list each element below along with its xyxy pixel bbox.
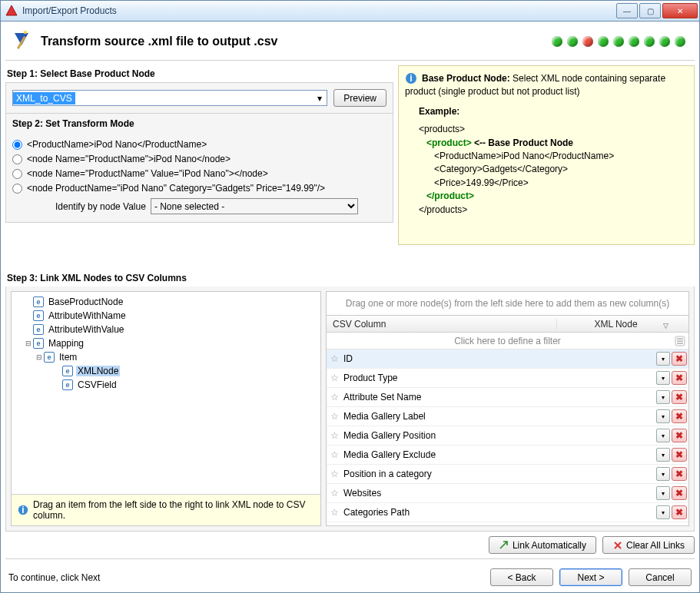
star-icon[interactable]: ☆ <box>327 449 342 460</box>
xml-node-dropdown[interactable]: ▾ <box>656 371 670 385</box>
xml-node-dropdown[interactable]: ▾ <box>656 505 670 519</box>
drop-target[interactable]: Drag one or more node(s) from the left s… <box>326 291 689 316</box>
sort-desc-icon: ▽ <box>663 322 668 330</box>
xml-tree[interactable]: eBaseProductNodeeAttributeWithNameeAttri… <box>11 291 321 526</box>
filter-options-icon[interactable] <box>675 336 685 346</box>
link-icon <box>499 540 509 551</box>
wizard-title: Transform source .xml file to output .cs… <box>41 35 552 48</box>
info-icon: i <box>405 72 417 84</box>
transform-mode-option[interactable]: <node ProductName="iPod Nano" Category="… <box>12 183 386 194</box>
grid-row[interactable]: ☆ID▾✖ <box>327 350 688 369</box>
transform-mode-label: <node ProductName="iPod Nano" Category="… <box>27 183 325 194</box>
delete-row-button[interactable]: ✖ <box>672 505 687 519</box>
star-icon[interactable]: ☆ <box>327 411 342 422</box>
delete-row-button[interactable]: ✖ <box>672 486 687 500</box>
mapping-grid: CSV Column XML Node▽ Click here to defin… <box>326 316 689 526</box>
star-icon[interactable]: ☆ <box>327 507 342 518</box>
xml-node-dropdown[interactable]: ▾ <box>656 429 670 442</box>
star-icon[interactable]: ☆ <box>327 392 342 403</box>
xml-node-dropdown[interactable]: ▾ <box>656 409 670 423</box>
tree-node[interactable]: eCSVField <box>13 378 319 392</box>
delete-row-button[interactable]: ✖ <box>672 371 687 385</box>
clear-all-links-button[interactable]: Clear All Links <box>602 536 695 554</box>
delete-row-button[interactable]: ✖ <box>672 429 687 442</box>
transform-mode-option[interactable]: <node Name="ProductName">iPod Nano</node… <box>12 154 386 164</box>
xml-node-dropdown[interactable]: ▾ <box>656 390 670 404</box>
transform-mode-radio[interactable] <box>12 169 22 179</box>
delete-row-button[interactable]: ✖ <box>672 352 687 366</box>
close-button[interactable]: ✕ <box>662 3 698 18</box>
minimize-button[interactable]: — <box>616 3 638 18</box>
step3-label: Step 3: Link XML Nodes to CSV Columns <box>7 273 693 283</box>
star-icon[interactable]: ☆ <box>327 488 342 499</box>
transform-mode-label: <node Name="ProductName">iPod Nano</node… <box>27 154 231 164</box>
star-icon[interactable]: ☆ <box>327 469 342 479</box>
grid-filter-row[interactable]: Click here to define a filter <box>327 333 688 350</box>
svg-text:i: i <box>22 505 24 515</box>
transform-mode-radio[interactable] <box>12 184 22 194</box>
star-icon[interactable]: ☆ <box>327 353 342 364</box>
help-example-label: Example: <box>419 105 688 118</box>
csv-column-name: Media Gallery Position <box>342 430 656 441</box>
grid-row[interactable]: ☆Websites▾✖ <box>327 484 688 503</box>
help-example-code: <products> <product> <-- Base Product No… <box>419 123 688 217</box>
link-automatically-button[interactable]: Link Automatically <box>489 536 596 554</box>
xml-node-dropdown[interactable]: ▾ <box>656 448 670 462</box>
tree-node-label: AttributeWithValue <box>47 324 126 335</box>
tree-node[interactable]: eBaseProductNode <box>13 295 319 309</box>
identify-select[interactable]: - None selected - <box>151 198 358 214</box>
tree-node[interactable]: eXMLNode <box>13 364 319 378</box>
delete-row-button[interactable]: ✖ <box>672 390 687 404</box>
tree-hint: i Drag an item from the left side to the… <box>12 494 320 525</box>
back-button[interactable]: < Back <box>490 568 553 586</box>
app-icon <box>5 5 18 17</box>
grid-row[interactable]: ☆Product Type▾✖ <box>327 369 688 388</box>
preview-button[interactable]: Preview <box>333 89 386 107</box>
maximize-button[interactable]: ▢ <box>639 3 661 18</box>
grid-header-csv[interactable]: CSV Column <box>327 319 557 330</box>
tree-node[interactable]: eAttributeWithName <box>13 309 319 323</box>
tree-node[interactable]: ⊟eMapping <box>13 336 319 350</box>
delete-row-button[interactable]: ✖ <box>672 467 687 481</box>
csv-column-name: Product Type <box>342 373 656 383</box>
grid-row[interactable]: ☆Attribute Set Name▾✖ <box>327 388 688 407</box>
element-icon: e <box>62 379 73 390</box>
transform-mode-radio[interactable] <box>12 140 22 150</box>
grid-header-xml[interactable]: XML Node▽ <box>557 319 675 330</box>
grid-row[interactable]: ☆Media Gallery Exclude▾✖ <box>327 446 688 465</box>
xml-node-dropdown[interactable]: ▾ <box>656 467 670 481</box>
base-node-combo[interactable]: XML_to_CVS ▾ <box>12 90 327 106</box>
step1-label: Step 1: Select Base Product Node <box>7 68 392 79</box>
grid-row[interactable]: ☆Media Gallery Label▾✖ <box>327 407 688 426</box>
transform-mode-option[interactable]: <node Name="ProductName" Value="iPod Nan… <box>12 168 386 179</box>
grid-row[interactable]: ☆Position in a category▾✖ <box>327 465 688 484</box>
delete-row-button[interactable]: ✖ <box>672 409 687 423</box>
csv-column-name: Websites <box>342 488 656 499</box>
cancel-button[interactable]: Cancel <box>629 568 692 586</box>
grid-row[interactable]: ☆Categories Path▾✖ <box>327 503 688 522</box>
star-icon[interactable]: ☆ <box>327 373 342 383</box>
tree-node[interactable]: ⊟eItem <box>13 350 319 364</box>
xml-node-dropdown[interactable]: ▾ <box>656 352 670 366</box>
xml-node-dropdown[interactable]: ▾ <box>656 486 670 500</box>
progress-dot <box>552 36 562 47</box>
progress-dot <box>613 36 624 47</box>
progress-dot <box>659 36 670 47</box>
step2-label: Step 2: Set Transform Mode <box>5 114 393 131</box>
tree-node[interactable]: eAttributeWithValue <box>13 323 319 336</box>
star-icon[interactable]: ☆ <box>327 430 342 441</box>
next-button[interactable]: Next > <box>559 568 622 586</box>
transform-mode-radio[interactable] <box>12 154 22 164</box>
delete-row-button[interactable]: ✖ <box>672 448 687 462</box>
next-button-label: Next > <box>577 572 604 583</box>
link-automatically-label: Link Automatically <box>513 540 586 551</box>
element-icon: e <box>33 338 44 349</box>
step1-panel: XML_to_CVS ▾ Preview <box>5 82 393 114</box>
element-icon: e <box>33 296 44 307</box>
transform-mode-option[interactable]: <ProductName>iPod Nano</ProductName> <box>12 139 386 150</box>
element-icon: e <box>33 324 44 335</box>
transform-mode-label: <ProductName>iPod Nano</ProductName> <box>27 139 207 150</box>
wizard-icon <box>10 30 33 53</box>
progress-dot <box>598 36 609 47</box>
grid-row[interactable]: ☆Media Gallery Position▾✖ <box>327 426 688 446</box>
